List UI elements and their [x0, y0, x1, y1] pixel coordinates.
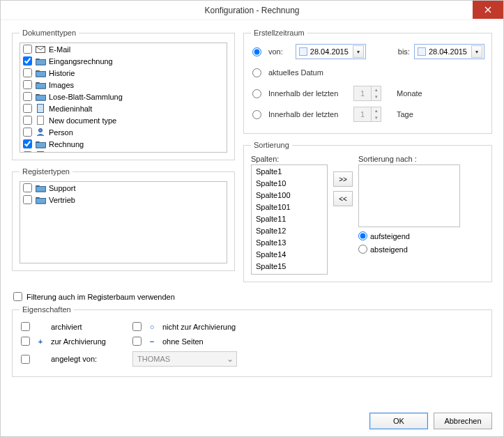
spinner-up-icon[interactable]: ▴ [371, 86, 381, 93]
register-types-list[interactable]: SupportVertrieb [20, 181, 227, 263]
period-current-label: aktuelles Datum [268, 68, 323, 77]
doctype-checkbox[interactable] [23, 56, 32, 66]
doctype-item[interactable]: Medieninhalt [20, 102, 227, 114]
period-von-label: von: [268, 47, 283, 56]
column-item[interactable]: Spalte13 [252, 236, 327, 248]
doctype-label: Medieninhalt [49, 105, 92, 113]
folder-icon [35, 183, 46, 193]
calendar-icon [299, 47, 307, 56]
period-legend: Erstellzeitraum [251, 29, 307, 37]
column-item[interactable]: Spalte15 [252, 260, 327, 272]
days-unit: Tage [397, 110, 413, 118]
window-title: Konfiguration - Rechnung [204, 6, 299, 15]
doctype-item[interactable]: E-Mail [20, 43, 227, 55]
not-for-archive-checkbox[interactable] [132, 322, 142, 331]
sort-asc-radio[interactable] [358, 231, 367, 240]
column-item[interactable]: Spalte12 [252, 224, 327, 236]
document-types-list[interactable]: E-MailEingangsrechnungHistorieImagesLose… [20, 43, 227, 153]
doctype-checkbox[interactable] [23, 151, 32, 153]
regtype-checkbox[interactable] [23, 195, 32, 204]
doctype-checkbox[interactable] [23, 128, 32, 137]
column-item[interactable]: Spalte10 [252, 177, 327, 189]
minus-icon: − [147, 337, 157, 346]
created-by-checkbox[interactable] [21, 355, 30, 364]
doctype-label: Lose-Blatt-Sammlung [49, 93, 123, 101]
doctype-item[interactable]: Rechnung [20, 138, 227, 150]
period-current-radio[interactable] [252, 68, 261, 77]
archived-label: archiviert [51, 323, 82, 331]
doctype-label: E-Mail [49, 45, 70, 54]
months-value: 1 [354, 89, 371, 98]
spinner-up-icon[interactable]: ▴ [371, 107, 381, 114]
date-to-picker[interactable]: 28.04.2015 [414, 44, 484, 59]
column-item[interactable]: Spalte100 [252, 189, 327, 201]
svg-rect-10 [36, 186, 45, 192]
for-archive-checkbox[interactable] [21, 337, 30, 346]
regtype-item[interactable]: Support [20, 182, 227, 194]
chevron-down-icon[interactable] [471, 45, 482, 58]
doctype-checkbox[interactable] [23, 68, 32, 77]
sort-desc-radio[interactable] [358, 245, 367, 254]
column-item[interactable]: Spalte11 [252, 213, 327, 224]
filter-tree-checkbox[interactable] [13, 292, 22, 301]
doctype-item[interactable]: XML-Container [20, 150, 227, 153]
svg-point-7 [38, 128, 42, 132]
doctype-item[interactable]: New document type [20, 114, 227, 126]
doctype-checkbox[interactable] [23, 45, 32, 54]
column-item[interactable]: Spalte1 [252, 165, 327, 177]
doctype-item[interactable]: Historie [20, 67, 227, 79]
doctype-checkbox[interactable] [23, 80, 32, 89]
ok-button[interactable]: OK [369, 413, 428, 429]
person-icon [35, 128, 46, 137]
circle-icon: ○ [147, 323, 157, 331]
period-bis-label: bis: [398, 47, 410, 56]
column-item[interactable]: Spalte101 [252, 201, 327, 213]
cancel-button[interactable]: Abbrechen [434, 413, 492, 429]
date-from-picker[interactable]: 28.04.2015 [296, 44, 366, 59]
chevron-down-icon[interactable] [224, 352, 236, 366]
regtype-item[interactable]: Vertrieb [20, 194, 227, 206]
svg-rect-2 [36, 71, 45, 77]
properties-group: Eigenschaften archiviert ○ nicht zur Arc… [12, 305, 492, 377]
svg-rect-4 [36, 95, 45, 100]
created-by-label: angelegt von: [51, 355, 97, 363]
docblue-icon [35, 104, 46, 114]
add-column-button[interactable]: >> [333, 171, 353, 187]
date-from-value: 28.04.2015 [310, 47, 349, 56]
doctype-item[interactable]: Lose-Blatt-Sammlung [20, 91, 227, 102]
no-pages-checkbox[interactable] [132, 337, 142, 346]
document-types-group: Dokumenttypen E-MailEingangsrechnungHist… [12, 29, 235, 160]
sort-asc-label: aufsteigend [370, 232, 410, 240]
svg-rect-5 [38, 105, 44, 113]
archived-checkbox[interactable] [21, 322, 30, 331]
close-button[interactable] [473, 1, 503, 19]
period-days-radio[interactable] [252, 110, 261, 119]
doctype-item[interactable]: Person [20, 126, 227, 138]
doctype-item[interactable]: Images [20, 79, 227, 91]
user-value: THOMAS [137, 355, 170, 363]
regtype-checkbox[interactable] [23, 183, 32, 192]
user-combobox[interactable]: THOMAS [132, 351, 237, 367]
doctype-label: Eingangsrechnung [49, 57, 113, 66]
regtype-label: Support [49, 184, 76, 192]
columns-list[interactable]: Spalte1Spalte10Spalte100Spalte101Spalte1… [251, 164, 328, 275]
period-group: Erstellzeitraum von: 28.04.2015 bis: 28.… [243, 29, 492, 134]
doctype-checkbox[interactable] [23, 139, 32, 148]
sort-by-list[interactable] [358, 164, 460, 227]
months-spinner[interactable]: 1 ▴▾ [353, 86, 381, 101]
column-item[interactable]: Spalte14 [252, 248, 327, 260]
folder-icon [35, 92, 46, 102]
days-spinner[interactable]: 1 ▴▾ [353, 107, 381, 122]
spinner-down-icon[interactable]: ▾ [371, 114, 381, 121]
period-von-radio[interactable] [252, 47, 261, 56]
doctype-checkbox[interactable] [23, 104, 32, 113]
chevron-down-icon[interactable] [353, 45, 364, 58]
doctype-checkbox[interactable] [23, 92, 32, 101]
doctype-item[interactable]: Eingangsrechnung [20, 55, 227, 67]
remove-column-button[interactable]: << [333, 191, 353, 206]
period-months-label: Innerhalb der letzten [268, 89, 349, 98]
doctype-checkbox[interactable] [23, 116, 32, 125]
spinner-down-icon[interactable]: ▾ [371, 93, 381, 100]
filter-tree-label: Filterung auch im Registerbaum verwenden [26, 293, 175, 301]
period-months-radio[interactable] [252, 89, 261, 98]
